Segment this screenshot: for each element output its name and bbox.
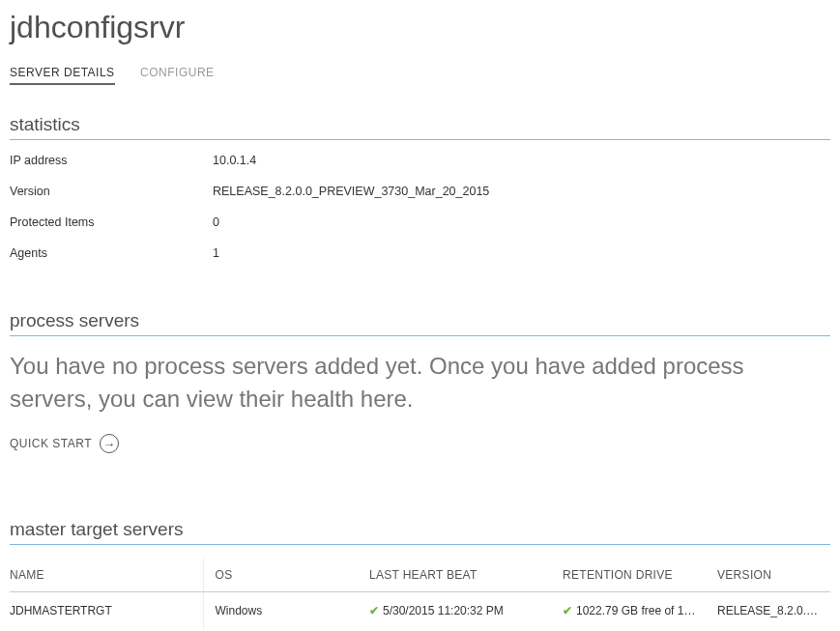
master-target-table: NAME OS LAST HEART BEAT RETENTION DRIVE …	[10, 559, 830, 629]
tab-server-details[interactable]: SERVER DETAILS	[10, 66, 115, 85]
col-header-retention-drive[interactable]: RETENTION DRIVE	[551, 559, 706, 592]
arrow-right-circle-icon: →	[100, 434, 119, 453]
table-header-row: NAME OS LAST HEART BEAT RETENTION DRIVE …	[10, 559, 830, 592]
stat-value: 10.0.1.4	[213, 154, 256, 167]
stat-value: 1	[213, 246, 219, 260]
col-header-version[interactable]: VERSION	[706, 559, 830, 592]
cell-last-heart-beat: ✔5/30/2015 11:20:32 PM	[358, 592, 551, 630]
tab-configure[interactable]: CONFIGURE	[140, 66, 215, 83]
section-heading-process-servers: process servers	[10, 310, 830, 336]
stat-row-version: Version RELEASE_8.2.0.0_PREVIEW_3730_Mar…	[10, 185, 830, 198]
process-servers-empty-message: You have no process servers added yet. O…	[10, 350, 830, 415]
col-header-os[interactable]: OS	[203, 559, 358, 592]
col-header-name[interactable]: NAME	[10, 559, 203, 592]
cell-retention-drive: ✔1022.79 GB free of 1023.00 GB	[551, 592, 706, 630]
table-row[interactable]: JDHMASTERTRGT Windows ✔5/30/2015 11:20:3…	[10, 592, 830, 630]
stat-row-protected: Protected Items 0	[10, 215, 830, 229]
stat-label: Protected Items	[10, 215, 213, 229]
stat-value: RELEASE_8.2.0.0_PREVIEW_3730_Mar_20_2015	[213, 185, 489, 198]
stat-label: Agents	[10, 246, 213, 260]
cell-hb-text: 5/30/2015 11:20:32 PM	[383, 604, 504, 617]
stat-label: IP address	[10, 154, 213, 167]
quick-start-button[interactable]: QUICK START →	[10, 434, 119, 453]
section-heading-master-target: master target servers	[10, 519, 830, 545]
stat-row-agents: Agents 1	[10, 246, 830, 260]
stat-label: Version	[10, 185, 213, 198]
page-title: jdhconfigsrvr	[10, 10, 830, 45]
col-header-last-heart-beat[interactable]: LAST HEART BEAT	[358, 559, 551, 592]
stat-value: 0	[213, 215, 219, 229]
stat-row-ip: IP address 10.0.1.4	[10, 154, 830, 167]
check-icon: ✔	[563, 604, 572, 617]
check-icon: ✔	[369, 604, 379, 617]
section-heading-statistics: statistics	[10, 114, 830, 140]
quick-start-label: QUICK START	[10, 437, 92, 450]
tabs-bar: SERVER DETAILS CONFIGURE	[10, 63, 830, 85]
cell-os: Windows	[203, 592, 358, 630]
cell-version: RELEASE_8.2.0.0_PREVIEW_3730_Mar_20_2015	[706, 592, 830, 630]
cell-ret-text: 1022.79 GB free of 1023.00 GB	[576, 604, 706, 617]
cell-name: JDHMASTERTRGT	[10, 592, 203, 630]
